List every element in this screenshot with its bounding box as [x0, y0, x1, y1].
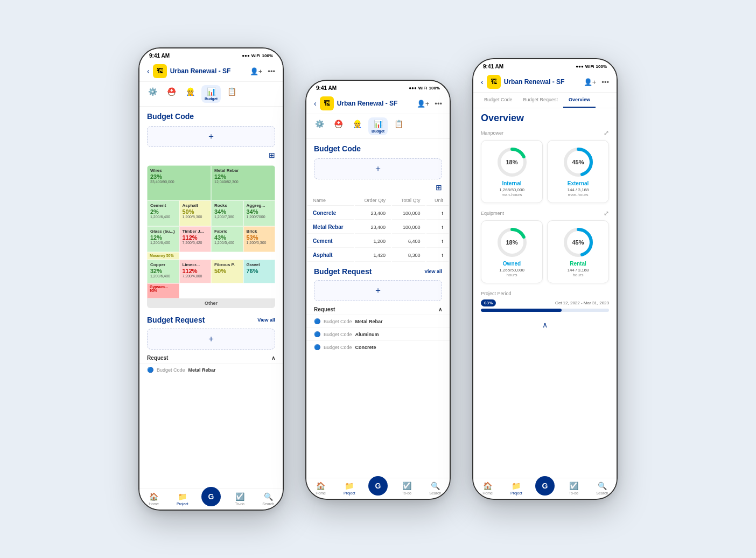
- treemap-cell-wires[interactable]: Wires 23% 23,400/90,000: [147, 165, 211, 200]
- treemap-cell-fabric[interactable]: Fabric 43% 1,200/5,400: [211, 226, 243, 252]
- table-row-asphalt[interactable]: Asphalt 1,420 8,300 t: [307, 249, 449, 262]
- grid-view-icon-center[interactable]: ⊞: [436, 183, 442, 192]
- bottom-nav-project-center[interactable]: 📁 Project: [335, 482, 363, 496]
- bottom-nav-todo-left[interactable]: ☑️ To-do: [226, 492, 254, 506]
- bottom-nav-home-left[interactable]: 🏠 Home: [139, 492, 168, 506]
- project-period-section: Project Period 63% Oct 12, 2022 - Mar 31…: [473, 287, 617, 316]
- nav-tab-workers-left[interactable]: 👷: [183, 85, 198, 103]
- back-button-center[interactable]: ‹: [314, 99, 317, 108]
- bottom-nav-g-center[interactable]: G: [363, 482, 392, 496]
- treemap-cell-gypsum[interactable]: Gypsum... 95%: [147, 283, 179, 298]
- treemap-cell-brick[interactable]: Brick 53% 1,200/5,300: [243, 226, 276, 252]
- view-all-center[interactable]: View all: [424, 269, 442, 274]
- app-logo-left: 🏗: [153, 64, 167, 78]
- add-user-icon-right[interactable]: 👤+: [584, 78, 597, 86]
- budget-code-title-left: Budget Code: [139, 107, 283, 123]
- nav-tab-settings-center[interactable]: ⚙️: [312, 117, 327, 135]
- request-header-center: Request ∧: [306, 304, 450, 315]
- add-budget-code-center[interactable]: ＋: [314, 158, 442, 179]
- treemap-cell-glass[interactable]: Glass (bu...) 12% 1,200/6,400: [147, 226, 179, 252]
- rental-pct: 45%: [572, 239, 584, 246]
- time-center: 9:41 AM: [316, 85, 337, 91]
- status-bar-left: 9:41 AM ●●● WiFi 100%: [139, 48, 283, 61]
- bottom-nav-home-right[interactable]: 🏠 Home: [473, 482, 502, 496]
- more-icon-left[interactable]: •••: [268, 67, 275, 75]
- equipment-owned-card: 18% Owned 1,265/50,000 hours: [481, 220, 543, 283]
- treemap-cell-metalrebar[interactable]: Metal Rebar 12% 12,040/82,300: [211, 165, 275, 200]
- table-row-concrete[interactable]: Concrete 23,400 100,000 t: [307, 207, 449, 220]
- internal-donut: 18%: [496, 146, 528, 178]
- bottom-nav-g-left[interactable]: G: [197, 492, 225, 506]
- nav-tab-workers-center[interactable]: 👷: [349, 117, 365, 135]
- bottom-nav-g-right[interactable]: G: [530, 482, 559, 496]
- owned-type: Owned: [503, 261, 521, 267]
- table-row-cement[interactable]: Cement 1,200 6,400 t: [307, 235, 449, 248]
- treemap-cell-masonry[interactable]: Masonry 50%: [147, 252, 179, 260]
- nav-tab-budget-left[interactable]: 📊 Budget: [201, 85, 221, 103]
- add-user-icon-center[interactable]: 👤+: [417, 100, 430, 108]
- view-all-left[interactable]: View all: [257, 317, 275, 323]
- treemap-cell-timber[interactable]: Timber J... 112% 7,200/5,420: [179, 226, 212, 252]
- manpower-expand-icon[interactable]: ⤢: [604, 129, 609, 137]
- rental-value: 144 / 3,168: [567, 268, 589, 273]
- treemap-cell-gravel[interactable]: Gravel 76%: [243, 260, 276, 283]
- bottom-nav-center: 🏠 Home 📁 Project G ☑️ To-do 🔍 Search: [306, 478, 450, 499]
- bottom-nav-home-center[interactable]: 🏠 Home: [306, 482, 335, 496]
- content-center: Budget Code ＋ ⊞ Name Order Qty Total Qty…: [306, 139, 450, 478]
- bottom-nav-todo-right[interactable]: ☑️ To-do: [559, 482, 588, 496]
- list-view-icon-left[interactable]: ⊞: [269, 151, 275, 159]
- treemap-cell-fibrous[interactable]: Fibrous P. 50%: [211, 260, 243, 283]
- treemap-cell-asphalt[interactable]: Asphalt 50% 1,200/8,300: [179, 200, 212, 226]
- manpower-internal-card: 18% Internal 1,265/50,000 man-hours: [481, 140, 543, 203]
- add-request-center[interactable]: ＋: [314, 280, 442, 301]
- add-user-icon-left[interactable]: 👤+: [250, 67, 263, 75]
- app-title-center: Urban Renewal - SF: [337, 100, 417, 107]
- nav-tab-safety-center[interactable]: ⛑️: [331, 117, 346, 135]
- request-item-center-3[interactable]: 🔵 Budget Code Concrete: [306, 340, 450, 353]
- internal-unit: man-hours: [501, 192, 522, 197]
- budget-table-center: Name Order Qty Total Qty Unit Concrete 2…: [306, 194, 450, 263]
- status-bar-center: 9:41 AM ●●● WiFi 100%: [306, 81, 450, 93]
- add-request-left[interactable]: ＋: [147, 329, 275, 350]
- equipment-expand-icon[interactable]: ⤢: [604, 210, 609, 217]
- treemap-cell-limecr[interactable]: Limecr... 112% 7,200/4,800: [179, 260, 212, 283]
- manpower-external-card: 45% External 144 / 3,168 man-hours: [547, 140, 609, 203]
- collapse-btn[interactable]: ∧: [473, 316, 617, 333]
- request-item-left-1[interactable]: 🔵 Budget Code Metal Rebar: [139, 363, 283, 376]
- equipment-label: Equipment: [481, 211, 504, 216]
- bottom-nav-todo-center[interactable]: ☑️ To-do: [393, 482, 421, 496]
- nav-tab-settings-left[interactable]: ⚙️: [145, 85, 160, 103]
- back-button-right[interactable]: ‹: [481, 78, 484, 86]
- treemap-cell-rocks[interactable]: Rocks 34% 1,200/7,380: [211, 200, 243, 226]
- table-row-metalrebar[interactable]: Metal Rebar 23,400 100,000 t: [307, 221, 449, 234]
- nav-tab-safety-left[interactable]: ⛑️: [164, 85, 179, 103]
- request-item-center-1[interactable]: 🔵 Budget Code Metal Rebar: [306, 315, 450, 327]
- tab-budget-request-right[interactable]: Budget Request: [518, 93, 564, 108]
- bottom-nav-project-left[interactable]: 📁 Project: [168, 492, 197, 506]
- treemap-cell-copper[interactable]: Copper 32% 1,200/6,400: [147, 260, 179, 283]
- nav-tab-docs-center[interactable]: 📋: [391, 117, 407, 135]
- bottom-nav-search-right[interactable]: 🔍 Search: [588, 482, 617, 496]
- budget-request-title-left: Budget Request: [147, 316, 205, 324]
- treemap-cell-cement[interactable]: Cement 2% 1,200/6,400: [147, 200, 179, 226]
- th-name: Name: [307, 196, 354, 206]
- treemap-cell-aggreg[interactable]: Aggreg... 34% 1,200/7000: [243, 200, 276, 226]
- nav-tab-docs-left[interactable]: 📋: [224, 85, 240, 103]
- external-value: 144 / 3,168: [567, 187, 589, 192]
- bottom-nav-search-center[interactable]: 🔍 Search: [421, 482, 450, 496]
- request-item-center-2[interactable]: 🔵 Budget Code Aluminum: [306, 327, 450, 340]
- tab-overview-right[interactable]: Overview: [563, 93, 596, 108]
- nav-tab-budget-center[interactable]: 📊 Budget: [368, 117, 388, 135]
- bottom-nav-search-left[interactable]: 🔍 Search: [254, 492, 283, 506]
- owned-value: 1,265/50,000: [499, 268, 524, 273]
- tab-budget-code-right[interactable]: Budget Code: [479, 93, 518, 108]
- budget-request-section-center: Budget Request View all: [306, 263, 450, 277]
- equipment-rental-card: 45% Rental 144 / 3,168 hours: [547, 220, 609, 283]
- bottom-nav-project-right[interactable]: 📁 Project: [502, 482, 530, 496]
- more-icon-center[interactable]: •••: [435, 100, 442, 108]
- period-dates: Oct 12, 2022 - Mar 31, 2023: [555, 301, 609, 305]
- app-logo-right: 🏗: [487, 75, 501, 89]
- back-button-left[interactable]: ‹: [147, 67, 150, 75]
- more-icon-right[interactable]: •••: [601, 78, 609, 86]
- add-budget-code-left[interactable]: ＋: [147, 126, 275, 147]
